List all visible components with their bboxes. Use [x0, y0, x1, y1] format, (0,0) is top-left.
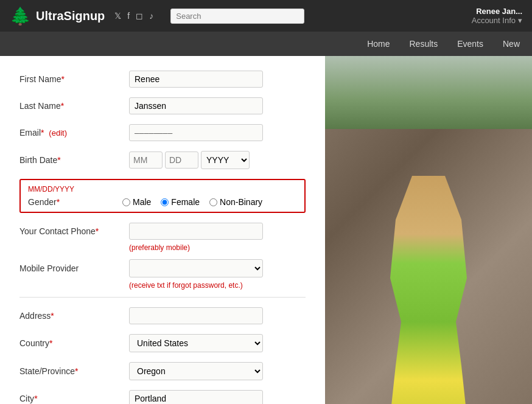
main-content: First Name* Last Name* Email* (edit) Bir… [0, 56, 532, 404]
instagram-icon[interactable]: ◻ [136, 11, 143, 21]
nav-events[interactable]: Events [455, 39, 486, 49]
birth-month-input[interactable] [129, 152, 163, 169]
header: 🌲 UltraSignup 𝕏 f ◻ ♪ Renee Jan... Accou… [0, 0, 532, 32]
phone-row: Your Contact Phone* [19, 223, 306, 240]
gender-male-option[interactable]: Male [122, 197, 151, 207]
country-row: Country* United States [19, 334, 306, 352]
birth-day-input[interactable] [165, 152, 198, 169]
form-divider [19, 297, 306, 298]
username-label: Renee Jan... [476, 7, 522, 16]
last-name-row: Last Name* [19, 97, 306, 114]
chevron-down-icon: ▾ [518, 16, 522, 25]
trees-background [325, 56, 532, 129]
address-input[interactable] [129, 307, 263, 324]
account-info-label: Account Info ▾ [472, 16, 522, 25]
country-label: Country* [19, 338, 129, 348]
nav-home[interactable]: Home [365, 39, 392, 49]
email-edit-link[interactable]: (edit) [49, 128, 67, 138]
gender-female-option[interactable]: Female [161, 197, 200, 207]
profile-image-area: Upload Profile [325, 56, 532, 404]
city-row: City* [19, 390, 306, 404]
mobile-provider-hint: (receive txt if forgot password, etc.) [129, 281, 306, 290]
gender-row: Gender* Male Female Non-Binary [28, 197, 297, 207]
first-name-row: First Name* [19, 71, 306, 88]
last-name-label: Last Name* [19, 101, 129, 111]
twitter-icon[interactable]: 𝕏 [114, 11, 121, 21]
state-row: State/Province* Oregon [19, 362, 306, 380]
nav-results[interactable]: Results [407, 39, 440, 49]
facebook-icon[interactable]: f [127, 11, 130, 21]
email-row: Email* (edit) [19, 124, 306, 141]
gender-nonbinary-option[interactable]: Non-Binary [209, 197, 262, 207]
address-row: Address* [19, 307, 306, 324]
logo-text: UltraSignup [36, 9, 105, 23]
form-area: First Name* Last Name* Email* (edit) Bir… [0, 56, 325, 404]
phone-input[interactable] [129, 223, 263, 240]
birth-date-label: Birth Date* [19, 155, 129, 165]
phone-label: Your Contact Phone* [19, 226, 129, 236]
first-name-input[interactable] [129, 71, 263, 88]
profile-photo [325, 56, 532, 404]
nav-new[interactable]: New [500, 39, 522, 49]
gender-nonbinary-radio[interactable] [209, 198, 217, 206]
person-silhouette [374, 176, 483, 404]
gender-section: MM/DD/YYYY Gender* Male Female [19, 179, 306, 213]
city-label: City* [19, 394, 129, 403]
gender-label: Gender* [28, 197, 122, 207]
mobile-provider-row: Mobile Provider [19, 259, 306, 277]
search-input[interactable] [170, 9, 304, 24]
address-label: Address* [19, 311, 129, 321]
state-select[interactable]: Oregon [129, 362, 263, 380]
birth-year-select[interactable]: YYYY [201, 151, 250, 169]
email-label: Email* (edit) [19, 128, 129, 138]
mobile-provider-select[interactable] [129, 259, 263, 277]
last-name-input[interactable] [129, 97, 263, 114]
country-select[interactable]: United States [129, 334, 263, 352]
first-name-label: First Name* [19, 74, 129, 84]
search-area [170, 9, 454, 24]
user-menu[interactable]: Renee Jan... Account Info ▾ [472, 7, 522, 25]
gender-options: Male Female Non-Binary [122, 197, 262, 207]
logo-area[interactable]: 🌲 UltraSignup [10, 6, 105, 26]
tiktok-icon[interactable]: ♪ [149, 11, 153, 21]
logo-tree-icon: 🌲 [10, 6, 31, 26]
birth-date-inputs: YYYY [129, 151, 250, 169]
gender-male-radio[interactable] [122, 198, 130, 206]
phone-hint: (preferably mobile) [129, 243, 306, 252]
social-icons: 𝕏 f ◻ ♪ [114, 11, 153, 21]
gender-female-radio[interactable] [161, 198, 169, 206]
mobile-provider-label: Mobile Provider [19, 263, 129, 273]
birth-date-hint: MM/DD/YYYY [28, 185, 297, 193]
email-input[interactable] [129, 124, 263, 141]
state-label: State/Province* [19, 366, 129, 376]
city-input[interactable] [129, 390, 263, 404]
birth-date-row: Birth Date* YYYY [19, 151, 306, 169]
navbar: Home Results Events New [0, 32, 532, 56]
